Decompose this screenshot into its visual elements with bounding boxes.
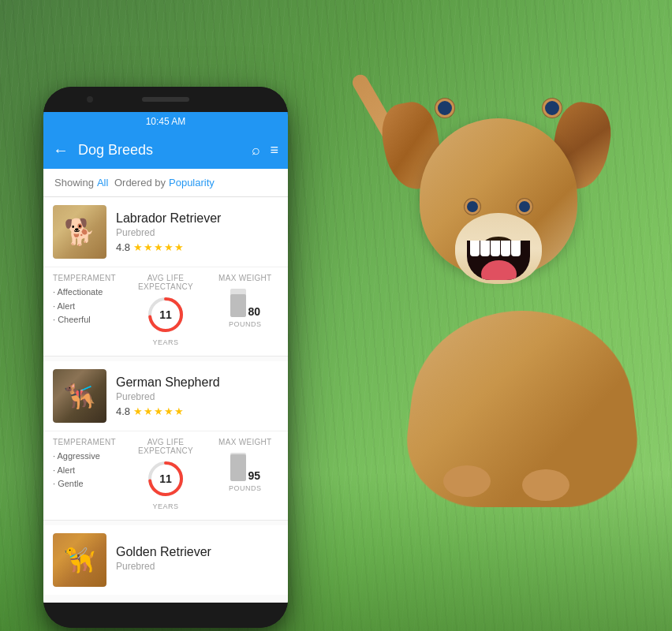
phone-top-bezel <box>43 87 288 112</box>
weight-bar-fill-2 <box>230 454 246 481</box>
pounds-label-2: POUNDS <box>229 484 262 492</box>
life-number-2: 11 <box>145 458 186 499</box>
shepherd-name: German Shepherd <box>116 375 278 390</box>
labrador-rating: 4.8 ★★★★★ <box>116 241 278 253</box>
phone-bottom-bezel <box>43 603 288 628</box>
phone-body: 10:45 AM ← Dog Breeds ⌕ ≡ Showing All Or… <box>43 87 288 628</box>
labrador-temperament-section: Temperament Affectionate Alert Cheerful <box>53 274 119 346</box>
weight-bar-fill <box>230 294 246 317</box>
temp-item: Affectionate <box>53 286 119 300</box>
temp-item: Cheerful <box>53 313 119 327</box>
card-header-labrador: Labrador Retriever Purebred 4.8 ★★★★★ <box>43 197 288 267</box>
dog-paw-right <box>522 469 569 501</box>
shepherd-info: German Shepherd Purebred 4.8 ★★★★★ <box>116 375 278 417</box>
temp-item: Aggressive <box>53 450 119 464</box>
dog-face <box>396 103 601 292</box>
weight-number-2: 95 <box>248 470 261 481</box>
labrador-details: Temperament Affectionate Alert Cheerful … <box>43 267 288 356</box>
card-header-golden: Golden Retriever Purebred <box>43 525 288 595</box>
shepherd-image <box>53 369 106 423</box>
temp-item: Gentle <box>53 477 119 491</box>
dog-card-golden[interactable]: Golden Retriever Purebred <box>43 525 288 595</box>
dog-portrait-area <box>278 0 672 631</box>
phone: 10:45 AM ← Dog Breeds ⌕ ≡ Showing All Or… <box>43 87 288 628</box>
screen-content: Showing All Ordered by Popularity Labrad… <box>43 169 288 603</box>
shepherd-temperament-section: Temperament Aggressive Alert Gentle <box>53 438 119 510</box>
dog-teeth <box>467 241 530 256</box>
shepherd-rating-number: 4.8 <box>116 405 130 417</box>
dog-head <box>372 103 625 371</box>
weight-label-2: Max Weight <box>218 438 271 446</box>
card-header-shepherd: German Shepherd Purebred 4.8 ★★★★★ <box>43 361 288 431</box>
shepherd-stars: ★★★★★ <box>133 405 185 417</box>
dog-eye-on-muzzle-left <box>465 199 480 215</box>
dog-tongue <box>481 260 517 280</box>
status-bar: 10:45 AM <box>43 112 288 131</box>
dog-eye-on-muzzle-right <box>517 199 532 215</box>
showing-label: Showing <box>54 177 94 189</box>
temperament-label-1: Temperament <box>53 274 119 282</box>
years-label-2: YEARS <box>152 502 178 510</box>
shepherd-weight-chart: 95 <box>230 450 261 481</box>
menu-icon[interactable]: ≡ <box>270 142 278 159</box>
life-label-2: Avg Life Expectancy <box>125 438 205 455</box>
filter-popularity[interactable]: Popularity <box>169 177 215 189</box>
status-time: 10:45 AM <box>53 116 278 127</box>
golden-thumbnail <box>53 533 106 587</box>
temp-item: Alert <box>53 464 119 478</box>
shepherd-rating: 4.8 ★★★★★ <box>116 405 278 417</box>
dog-card-shepherd[interactable]: German Shepherd Purebred 4.8 ★★★★★ Tempe… <box>43 361 288 521</box>
labrador-life-section: Avg Life Expectancy 11 YEARS <box>125 274 205 346</box>
labrador-name: Labrador Retriever <box>116 211 278 226</box>
dog-mouth <box>467 241 530 280</box>
filter-all[interactable]: All <box>97 177 108 189</box>
labrador-weight-chart: 80 <box>230 286 261 317</box>
shepherd-details: Temperament Aggressive Alert Gentle Avg … <box>43 431 288 520</box>
search-icon[interactable]: ⌕ <box>252 142 260 159</box>
dog-eye-left <box>435 99 454 118</box>
temp-item: Alert <box>53 300 119 314</box>
weight-bar-bg <box>230 289 246 317</box>
years-label-1: YEARS <box>152 338 178 346</box>
phone-camera <box>87 96 93 103</box>
dog-paw-left <box>443 465 491 497</box>
labrador-thumbnail <box>53 205 106 259</box>
shepherd-temperament: Aggressive Alert Gentle <box>53 450 119 491</box>
weight-number-1: 80 <box>248 306 261 317</box>
labrador-rating-number: 4.8 <box>116 241 130 253</box>
life-label-1: Avg Life Expectancy <box>125 274 205 291</box>
dog-muzzle <box>455 213 542 284</box>
life-number-1: 11 <box>145 294 186 335</box>
golden-type: Purebred <box>116 561 278 572</box>
shepherd-weight-section: Max Weight 95 POUNDS <box>212 438 278 510</box>
golden-image <box>53 533 106 587</box>
dog-card-labrador[interactable]: Labrador Retriever Purebred 4.8 ★★★★★ Te… <box>43 197 288 357</box>
labrador-info: Labrador Retriever Purebred 4.8 ★★★★★ <box>116 211 278 253</box>
labrador-life-chart: 11 <box>145 294 186 335</box>
weight-bar-bg-2 <box>230 453 246 481</box>
labrador-temperament: Affectionate Alert Cheerful <box>53 286 119 327</box>
shepherd-life-section: Avg Life Expectancy 11 YEARS <box>125 438 205 510</box>
back-button[interactable]: ← <box>53 141 69 159</box>
golden-info: Golden Retriever Purebred <box>116 545 278 575</box>
phone-speaker <box>142 97 189 102</box>
ordered-label: Ordered by <box>111 177 166 189</box>
labrador-type: Purebred <box>116 227 278 238</box>
temperament-label-2: Temperament <box>53 438 119 446</box>
labrador-weight-section: Max Weight 80 POUNDS <box>212 274 278 346</box>
shepherd-type: Purebred <box>116 391 278 402</box>
weight-label-1: Max Weight <box>218 274 271 282</box>
dog-eye-right <box>543 99 562 118</box>
app-bar: ← Dog Breeds ⌕ ≡ <box>43 131 288 169</box>
filter-bar: Showing All Ordered by Popularity <box>43 169 288 197</box>
labrador-stars: ★★★★★ <box>133 241 185 253</box>
pounds-label-1: POUNDS <box>229 320 262 328</box>
app-title: Dog Breeds <box>78 142 242 159</box>
shepherd-life-chart: 11 <box>145 458 186 499</box>
golden-name: Golden Retriever <box>116 545 278 559</box>
shepherd-thumbnail <box>53 369 106 423</box>
labrador-image <box>53 205 106 259</box>
